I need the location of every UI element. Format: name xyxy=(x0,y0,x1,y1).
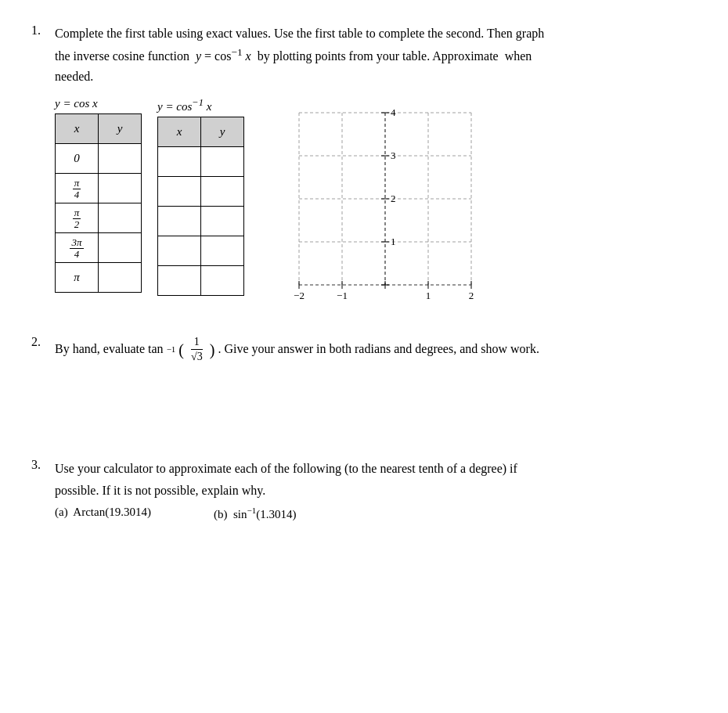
problem-3-text: Use your calculator to approximate each … xyxy=(55,458,697,500)
problem-1-text-part2: the inverse cosine function xyxy=(55,49,189,63)
problem-1-number: 1. xyxy=(31,23,55,311)
tan-denominator: √3 xyxy=(188,350,206,364)
fraction-pi-4: π 4 xyxy=(73,178,81,201)
problem-2-before: By hand, evaluate tan xyxy=(55,338,164,361)
x-label-neg2: −2 xyxy=(294,290,305,301)
y-label-1: 1 xyxy=(391,236,396,247)
table2-label: y = cos−1 x xyxy=(157,97,211,113)
problem-3-line2: possible. If it is not possible, explain… xyxy=(55,480,697,501)
table2-row2-x xyxy=(158,177,201,207)
x-label-1: 1 xyxy=(426,290,431,301)
table1-row3-y xyxy=(99,203,142,233)
tan-numerator: 1 xyxy=(191,335,203,350)
cos-inv-sup: −1 xyxy=(192,97,204,108)
y-label-3: 3 xyxy=(391,149,396,161)
table2-row2-y xyxy=(201,177,244,207)
part-b-label: (b) xyxy=(214,508,228,520)
table-row: π xyxy=(56,263,142,293)
problem-2: 2. By hand, evaluate tan −1 ( 1 √3 ) . G… xyxy=(31,335,697,364)
problem-1-when: when xyxy=(505,49,532,63)
denominator-4: 4 xyxy=(73,189,81,200)
denominator-4b: 4 xyxy=(73,249,81,260)
table-row xyxy=(158,207,244,236)
problem-1-content: Complete the first table using exact val… xyxy=(55,23,697,311)
problem-1-text-part1: Complete the first table using exact val… xyxy=(55,27,544,40)
numerator-3pi: 3π xyxy=(70,237,83,249)
table2-row4-y xyxy=(201,236,244,266)
problem-1-text-part3: by plotting points from your table. Appr… xyxy=(258,49,499,63)
table1-header-y: y xyxy=(99,114,142,144)
x-label-2: 2 xyxy=(469,290,474,301)
graph-area: −2 −1 1 2 4 3 2 1 xyxy=(268,105,487,311)
table1-wrapper: y = cos x x y 0 xyxy=(55,97,142,296)
table1-row2-x: π 4 xyxy=(56,174,99,203)
table2-row1-x xyxy=(158,147,201,177)
tan-paren-close: ) xyxy=(210,336,215,364)
table1-row2-y xyxy=(99,174,142,203)
table2-header-y: y xyxy=(201,117,244,147)
table-row: π 2 xyxy=(56,203,142,233)
numerator-pi: π xyxy=(73,178,81,189)
problem-2-after: . Give your answer in both radians and d… xyxy=(218,338,539,361)
table2-row5-x xyxy=(158,266,201,296)
tables-section: y = cos x x y 0 xyxy=(55,97,244,296)
sin-inv-sup: −1 xyxy=(247,506,256,515)
x-label-neg1: −1 xyxy=(337,290,348,301)
table2-row4-x xyxy=(158,236,201,266)
table1: x y 0 π xyxy=(55,113,142,293)
tan-superscript: −1 xyxy=(167,342,176,358)
table2-row1-y xyxy=(201,147,244,177)
table1-row4-x: 3π 4 xyxy=(56,233,99,263)
problem-1-x-var: x xyxy=(246,49,251,63)
cos-superscript: −1 xyxy=(231,46,242,58)
problem-3-line1: Use your calculator to approximate each … xyxy=(55,458,697,479)
table1-header-x: x xyxy=(56,114,99,144)
table-row: 0 xyxy=(56,144,142,174)
table1-row5-x: π xyxy=(56,263,99,293)
table1-row4-y xyxy=(99,233,142,263)
table1-row1-x: 0 xyxy=(56,144,99,174)
table1-label: y = cos x xyxy=(55,97,98,110)
y-label-4: 4 xyxy=(391,106,396,118)
table2-row3-y xyxy=(201,207,244,236)
part-a-expr: Arctan(19.3014) xyxy=(73,506,151,518)
problem-2-number: 2. xyxy=(31,335,55,364)
table-row xyxy=(158,236,244,266)
tables-and-graph: y = cos x x y 0 xyxy=(55,97,697,311)
problem-2-content: By hand, evaluate tan −1 ( 1 √3 ) . Give… xyxy=(55,335,697,364)
numerator-pi-3: π xyxy=(73,207,81,219)
table-row: π 4 xyxy=(56,174,142,203)
sub-part-a: (a) Arctan(19.3014) xyxy=(55,506,151,521)
table2-header-x: x xyxy=(158,117,201,147)
sub-parts: (a) Arctan(19.3014) (b) sin−1(1.3014) xyxy=(55,506,697,521)
fraction-3pi-4: 3π 4 xyxy=(70,237,83,261)
problem-1-needed: needed. xyxy=(55,70,93,83)
table-row xyxy=(158,177,244,207)
y-label-2: 2 xyxy=(391,193,396,204)
table2: x y xyxy=(157,117,244,296)
coordinate-graph: −2 −1 1 2 4 3 2 1 xyxy=(268,105,487,308)
problem-1-equation: y xyxy=(196,49,201,63)
problem-1-text: Complete the first table using exact val… xyxy=(55,23,697,86)
table1-row1-y xyxy=(99,144,142,174)
problem-3-number: 3. xyxy=(31,458,55,520)
table-row xyxy=(158,147,244,177)
fraction-pi-2: π 2 xyxy=(73,207,81,231)
tan-fraction: 1 √3 xyxy=(188,335,206,364)
problem-3: 3. Use your calculator to approximate ea… xyxy=(31,458,697,520)
table1-row3-x: π 2 xyxy=(56,203,99,233)
table1-row5-y xyxy=(99,263,142,293)
table2-row3-x xyxy=(158,207,201,236)
part-b-expr: sin−1(1.3014) xyxy=(233,508,296,520)
tan-paren-open: ( xyxy=(178,336,184,364)
problem-2-text: By hand, evaluate tan −1 ( 1 √3 ) . Give… xyxy=(55,335,697,364)
part-a-label: (a) xyxy=(55,506,68,518)
problem-3-content: Use your calculator to approximate each … xyxy=(55,458,697,520)
table2-wrapper: y = cos−1 x x y xyxy=(157,97,244,296)
table2-row5-y xyxy=(201,266,244,296)
sub-part-b: (b) sin−1(1.3014) xyxy=(214,506,296,521)
table-row xyxy=(158,266,244,296)
problem-1: 1. Complete the first table using exact … xyxy=(31,23,697,311)
table-row: 3π 4 xyxy=(56,233,142,263)
denominator-2: 2 xyxy=(73,219,81,230)
